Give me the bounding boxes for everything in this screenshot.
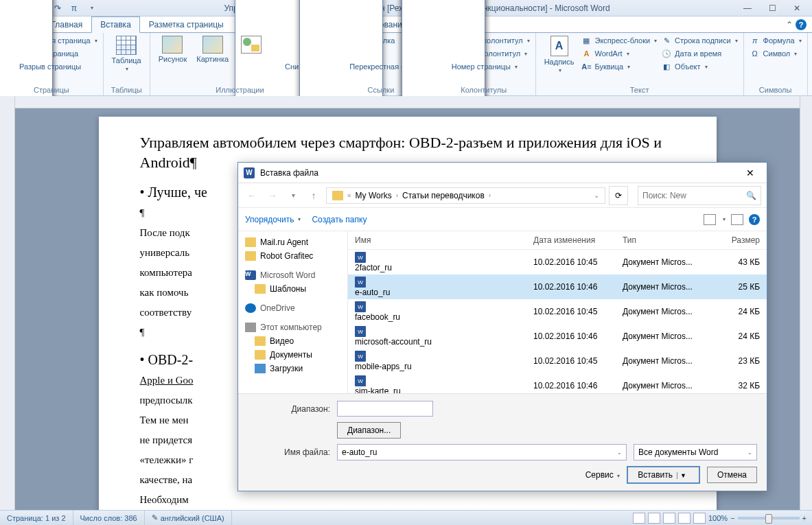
file-list-pane: Имя Дата изменения Тип Размер W2factor_r… bbox=[348, 231, 767, 393]
equation-icon[interactable]: π bbox=[67, 1, 81, 15]
qat-customize-icon[interactable]: ▾ bbox=[85, 1, 99, 15]
table-button[interactable]: Таблица▾ bbox=[108, 34, 146, 73]
object-button[interactable]: ◧Объект▾ bbox=[660, 60, 739, 73]
insert-button[interactable]: Вставить▼ bbox=[627, 466, 700, 484]
filename-input[interactable]: e-auto_ru⌄ bbox=[337, 444, 627, 460]
nav-downloads[interactable]: Загрузки bbox=[241, 362, 345, 375]
col-size[interactable]: Размер bbox=[712, 235, 760, 245]
dropcap-button[interactable]: A≡Буквица▾ bbox=[579, 60, 658, 73]
dialog-toolbar: Упорядочить▾ Создать папку ▾ ? bbox=[238, 208, 767, 231]
tab-insert[interactable]: Вставка bbox=[91, 16, 140, 33]
downloads-icon bbox=[255, 364, 266, 373]
col-type[interactable]: Тип bbox=[623, 235, 712, 245]
up-icon[interactable]: ↑ bbox=[305, 187, 322, 204]
word-icon: W bbox=[245, 270, 256, 280]
signature-line-button[interactable]: ✎Строка подписи▾ bbox=[660, 34, 739, 47]
range-button[interactable]: Диапазон... bbox=[337, 422, 401, 439]
status-words[interactable]: Число слов: 386 bbox=[73, 511, 145, 525]
breadcrumb[interactable]: « My Works› Статьи переводчиков› ⌄ bbox=[326, 187, 605, 204]
symbol-icon: Ω bbox=[750, 48, 761, 59]
zoom-in-icon[interactable]: + bbox=[802, 514, 807, 522]
word-doc-icon: W bbox=[355, 277, 366, 288]
search-icon[interactable]: 🔍 bbox=[746, 191, 756, 200]
tab-page-layout[interactable]: Разметка страницы bbox=[140, 16, 233, 32]
view-web-icon[interactable] bbox=[663, 513, 675, 524]
signature-icon: ✎ bbox=[661, 35, 672, 46]
col-name[interactable]: Имя bbox=[355, 235, 533, 245]
preview-pane-icon[interactable] bbox=[731, 214, 743, 225]
file-list-header: Имя Дата изменения Тип Размер bbox=[348, 231, 767, 250]
view-fullscreen-icon[interactable] bbox=[648, 513, 660, 524]
file-row[interactable]: Wmobile-apps_ru10.02.2016 10:45Документ … bbox=[348, 349, 767, 373]
equation-button[interactable]: πФормула▾ bbox=[748, 34, 803, 47]
folder-icon bbox=[245, 251, 256, 261]
status-page[interactable]: Страница: 1 из 2 bbox=[0, 511, 73, 525]
wordart-button[interactable]: AWordArt▾ bbox=[579, 47, 658, 60]
tools-button[interactable]: Сервис ▾ bbox=[585, 470, 620, 480]
group-label: Страницы bbox=[4, 84, 99, 94]
view-print-layout-icon[interactable] bbox=[633, 513, 645, 524]
zoom-slider[interactable] bbox=[738, 517, 800, 520]
status-language[interactable]: ✎английский (США) bbox=[145, 511, 232, 525]
redo-icon[interactable]: ↷ bbox=[51, 1, 65, 15]
object-icon: ◧ bbox=[661, 61, 672, 72]
status-bar: Страница: 1 из 2 Число слов: 386 ✎англий… bbox=[0, 510, 812, 525]
col-date[interactable]: Дата изменения bbox=[533, 235, 623, 245]
symbol-button[interactable]: ΩСимвол▾ bbox=[748, 47, 803, 60]
nav-documents[interactable]: Документы bbox=[241, 348, 345, 362]
group-label: Колонтитулы bbox=[437, 84, 531, 94]
view-outline-icon[interactable] bbox=[678, 513, 691, 524]
nav-mailru[interactable]: Mail.ru Agent bbox=[241, 235, 345, 249]
nav-robot[interactable]: Robot Grafitec bbox=[241, 249, 345, 263]
cancel-button[interactable]: Отмена bbox=[707, 467, 757, 483]
back-icon[interactable]: ← bbox=[244, 187, 260, 204]
word-doc-icon: W bbox=[355, 301, 366, 312]
help-icon[interactable]: ? bbox=[749, 214, 760, 225]
datetime-button[interactable]: 🕓Дата и время bbox=[660, 47, 739, 60]
page-break-button[interactable]: Разрыв страницы bbox=[4, 60, 99, 73]
minimize-ribbon-icon[interactable]: ⌃ bbox=[786, 20, 793, 30]
search-field[interactable] bbox=[642, 191, 746, 200]
nav-video[interactable]: Видео bbox=[241, 334, 345, 348]
insert-split-icon: ▼ bbox=[677, 472, 689, 479]
horizontal-ruler bbox=[15, 96, 800, 108]
view-options-icon[interactable] bbox=[704, 214, 716, 225]
vertical-scrollbar[interactable] bbox=[800, 96, 812, 510]
file-row[interactable]: We-auto_ru10.02.2016 10:46Документ Micro… bbox=[348, 275, 767, 299]
search-input[interactable]: 🔍 bbox=[638, 186, 761, 205]
group-label: Текст bbox=[540, 84, 739, 94]
file-row[interactable]: W2factor_ru10.02.2016 10:45Документ Micr… bbox=[348, 250, 767, 275]
group-pages: Титульная страница▾ Пустая страница Разр… bbox=[0, 33, 104, 95]
new-folder-button[interactable]: Создать папку bbox=[312, 215, 367, 224]
help-icon[interactable]: ? bbox=[796, 19, 807, 30]
close-icon[interactable]: ✕ bbox=[787, 1, 807, 15]
page-number-button[interactable]: Номер страницы▾ bbox=[437, 60, 531, 73]
nav-thispc[interactable]: Этот компьютер bbox=[241, 320, 345, 334]
minimize-icon[interactable]: — bbox=[738, 1, 757, 15]
textbox-button[interactable]: Надпись▾ bbox=[540, 34, 579, 75]
insert-file-dialog: W Вставка файла ✕ ← → ▾ ↑ « My Works› Ст… bbox=[237, 162, 767, 491]
forward-icon[interactable]: → bbox=[264, 187, 281, 204]
quickparts-button[interactable]: ▦Экспресс-блоки▾ bbox=[579, 34, 658, 47]
word-doc-icon: W bbox=[355, 252, 366, 263]
file-row[interactable]: Wfacebook_ru10.02.2016 10:45Документ Mic… bbox=[348, 299, 767, 324]
zoom-level[interactable]: 100% bbox=[708, 514, 728, 522]
maximize-icon[interactable]: ☐ bbox=[763, 1, 782, 15]
equation-icon: π bbox=[750, 35, 761, 46]
range-input[interactable] bbox=[337, 401, 433, 417]
zoom-out-icon[interactable]: − bbox=[730, 514, 734, 522]
nav-msword[interactable]: WMicrosoft Word bbox=[241, 268, 345, 282]
nav-templates[interactable]: Шаблоны bbox=[241, 282, 345, 296]
refresh-icon[interactable]: ⟳ bbox=[609, 186, 628, 205]
dropcap-icon: A≡ bbox=[581, 61, 592, 72]
picture-button[interactable]: Рисунок bbox=[154, 34, 192, 65]
file-row[interactable]: Wmicrosoft-account_ru10.02.2016 10:46Док… bbox=[348, 324, 767, 349]
file-row[interactable]: Wsim-karte_ru10.02.2016 10:46Документ Mi… bbox=[348, 373, 767, 393]
nav-onedrive[interactable]: OneDrive bbox=[241, 301, 345, 315]
file-filter-combo[interactable]: Все документы Word⌄ bbox=[634, 444, 757, 460]
organize-button[interactable]: Упорядочить▾ bbox=[245, 215, 301, 224]
view-draft-icon[interactable] bbox=[693, 513, 706, 524]
dialog-close-icon[interactable]: ✕ bbox=[739, 165, 761, 181]
clipart-button[interactable]: Картинка bbox=[192, 34, 233, 65]
recent-icon[interactable]: ▾ bbox=[285, 187, 301, 204]
